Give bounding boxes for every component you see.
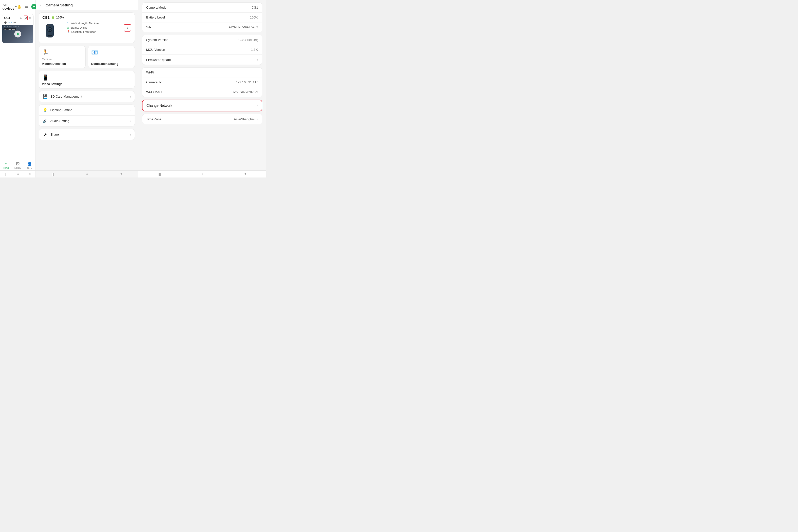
camera-details: 〜 Wi-Fi strength: Medium ◎ Status: Onlin… <box>67 21 121 34</box>
system-version-label: System Version <box>146 38 168 42</box>
settings-grid: 🏃 Medium Motion Detection 📧 Notification… <box>39 45 135 68</box>
wifi-mac-row: Wi-Fi MAC 7c:25:da:78:07:29 <box>142 87 262 97</box>
svg-rect-4 <box>48 25 49 26</box>
settings-icon[interactable]: ⊙ <box>24 16 28 20</box>
change-network-label: Change Network <box>147 103 172 108</box>
all-devices-label: All devices <box>2 3 14 11</box>
camera-ip-value: 192.168.31.117 <box>236 80 258 84</box>
library-icon: 🖼 <box>16 162 20 166</box>
right-panel: Camera Model CG1 Battery Level 100% S/N … <box>138 0 266 177</box>
nav-user[interactable]: 👤 User <box>24 162 36 169</box>
all-devices-button[interactable]: All devices ▾ <box>2 3 17 11</box>
audio-icon: 🔊 <box>42 118 48 123</box>
timezone-label: Time Zone <box>146 117 162 121</box>
wifi-mac-label: Wi-Fi MAC <box>146 90 162 94</box>
lighting-setting-item[interactable]: 💡 Lighting Setting › <box>39 105 135 116</box>
sd-card-item[interactable]: 💾 SD Card Management › <box>39 91 135 102</box>
battery-level-value: 100% <box>250 16 258 19</box>
camera-ip-row: Camera IP 192.168.31.117 <box>142 77 262 87</box>
wifi-detail-icon: 〜 <box>67 21 70 25</box>
play-button[interactable] <box>14 31 21 37</box>
device-card: CG1 ⬡ ⊙ ✉ ⬤ WiFi ▬ 2022/12/30 16:16:36 w… <box>2 14 34 43</box>
fullscreen-icon[interactable]: ⛶ <box>30 39 32 42</box>
mail-icon[interactable]: ✉ <box>29 16 31 19</box>
left-header: All devices ▾ 🔔 ▭ + <box>0 0 36 12</box>
sys-back-btn[interactable]: < <box>27 172 33 176</box>
sys-home-btn[interactable]: ○ <box>15 172 21 176</box>
notification-setting-card[interactable]: 📧 Notification Setting <box>88 45 135 68</box>
camera-name-battery: CG1 🔋 100% <box>42 16 64 19</box>
camera-info-card: CG1 🔋 100% 〜 <box>39 12 135 43</box>
camera-setting-header: ← Camera Setting <box>36 0 138 10</box>
display-icon[interactable]: ▭ <box>24 4 29 10</box>
change-network-button[interactable]: Change Network › <box>142 100 262 111</box>
motion-detection-label: Motion Detection <box>42 62 82 65</box>
nav-library[interactable]: 🖼 Library <box>12 162 24 169</box>
right-sys-back-btn[interactable]: < <box>242 172 248 176</box>
camera-model-row: Camera Model CG1 <box>142 3 262 13</box>
sd-card-label: SD Card Management <box>50 95 130 98</box>
device-card-header: CG1 ⬡ ⊙ ✉ <box>2 14 33 21</box>
timezone-arrow-icon: › <box>257 117 258 121</box>
video-thumbnail[interactable]: 2022/12/30 16:16:36 within an hour ⛶ <box>2 25 33 43</box>
middle-sys-menu-btn[interactable]: ||| <box>50 172 56 176</box>
middle-system-nav: ||| ○ < <box>36 170 138 177</box>
share-icon[interactable]: ⬡ <box>20 16 22 19</box>
location-detail-icon: 📍 <box>67 30 70 33</box>
middle-sys-home-btn[interactable]: ○ <box>84 172 90 176</box>
right-sys-menu-btn[interactable]: ||| <box>156 172 163 176</box>
nav-user-label: User <box>27 167 32 169</box>
motion-detection-card[interactable]: 🏃 Medium Motion Detection <box>39 45 86 68</box>
device-name: CG1 <box>4 16 11 20</box>
nav-home[interactable]: ⌂ Home <box>0 162 12 169</box>
firmware-update-row[interactable]: Firmware Update › <box>142 55 262 64</box>
share-icon: ↗ <box>42 132 48 137</box>
timezone-row[interactable]: Time Zone Asia/Shanghai › <box>142 114 262 124</box>
header-icons: 🔔 ▭ + <box>17 4 37 10</box>
middle-sys-back-btn[interactable]: < <box>118 172 124 176</box>
timezone-card: Time Zone Asia/Shanghai › <box>142 114 262 124</box>
camera-name: CG1 <box>42 16 50 19</box>
sn-value: AICRFPRP9AE5982 <box>229 25 258 29</box>
mcu-version-row: MCU Version 1.3.0 <box>142 45 262 55</box>
nav-home-label: Home <box>3 167 9 169</box>
nav-library-label: Library <box>14 167 21 169</box>
svg-point-3 <box>49 28 51 31</box>
location-detail-row: 📍 Location: Front door <box>67 30 121 33</box>
firmware-update-label: Firmware Update <box>146 58 171 62</box>
camera-model-value: CG1 <box>251 6 258 10</box>
back-button[interactable]: ← <box>39 2 44 8</box>
right-sys-home-btn[interactable]: ○ <box>200 172 205 176</box>
share-item[interactable]: ↗ Share › <box>39 129 135 140</box>
page-title: Camera Setting <box>45 3 73 7</box>
sd-card-arrow-icon: › <box>130 95 131 99</box>
wifi-mac-value: 7c:25:da:78:07:29 <box>232 90 258 94</box>
audio-setting-item[interactable]: 🔊 Audio Setting › <box>39 116 135 126</box>
svg-rect-5 <box>48 35 52 37</box>
sd-card-icon: 💾 <box>42 94 48 99</box>
wifi-row: Wi-Fi <box>142 68 262 77</box>
settings-list-card-3: ↗ Share › <box>39 129 135 140</box>
device-status-icons: ⬤ WiFi ▬ <box>2 21 33 25</box>
audio-label: Audio Setting <box>50 119 130 123</box>
notification-setting-icon: 📧 <box>91 49 132 56</box>
video-settings-card[interactable]: 📱 Video Settings <box>39 71 135 89</box>
play-triangle-icon <box>17 32 19 36</box>
device-info-card: Camera Model CG1 Battery Level 100% S/N … <box>142 2 262 32</box>
firmware-update-arrow-icon: › <box>257 58 258 62</box>
user-icon: 👤 <box>27 162 32 166</box>
audio-arrow-icon: › <box>130 119 131 123</box>
video-timestamp: 2022/12/30 16:16:36 <box>3 26 19 27</box>
notification-bell-icon[interactable]: 🔔 <box>17 4 22 10</box>
camera-info-arrow-button[interactable]: › <box>124 24 131 32</box>
wifi-icon: WiFi <box>8 21 12 24</box>
wifi-detail-label: Wi-Fi strength: Medium <box>71 22 99 25</box>
device-action-icons: ⬡ ⊙ ✉ <box>20 16 31 20</box>
system-version-value: 1.3.0(14d816) <box>238 38 258 42</box>
notification-setting-label: Notification Setting <box>91 62 132 65</box>
battery-level-label: Battery Level <box>146 16 165 19</box>
battery-percentage: 100% <box>56 16 64 19</box>
left-system-nav: ||| ○ < <box>0 170 36 177</box>
sys-menu-btn[interactable]: ||| <box>3 172 9 176</box>
settings-list-card: 💾 SD Card Management › <box>39 91 135 102</box>
